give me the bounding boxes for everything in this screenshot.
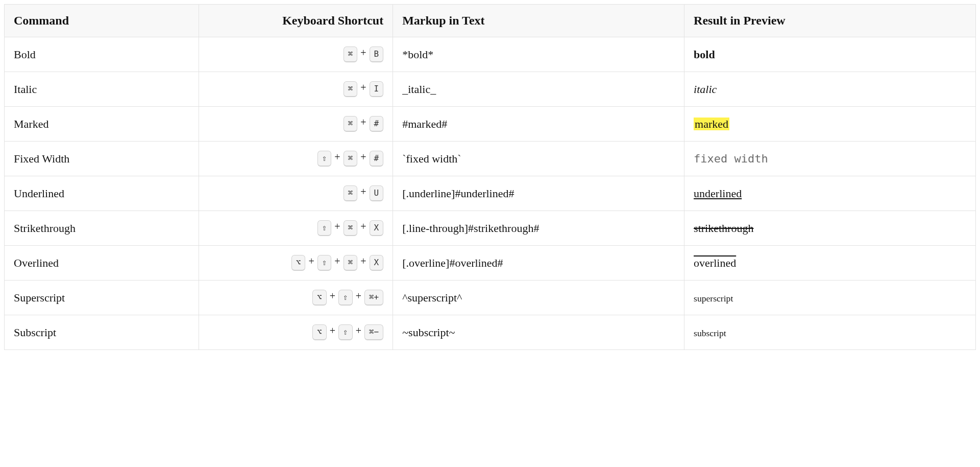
key-plus: +	[327, 325, 338, 337]
result-cell: bold	[684, 37, 976, 72]
key-plus: +	[357, 255, 369, 267]
result-preview: bold	[694, 48, 715, 61]
key-plus: +	[357, 151, 369, 163]
command-cell: Bold	[5, 37, 199, 72]
result-cell: superscript	[684, 281, 976, 315]
keycap: ⌘	[344, 116, 358, 132]
markup-cell: ^superscript^	[393, 281, 684, 315]
key-plus: +	[353, 290, 364, 302]
key-plus: +	[331, 221, 343, 232]
keycap: ⇧	[338, 290, 353, 306]
shortcut-cell: ⌘+B	[199, 37, 393, 72]
result-cell: underlined	[684, 176, 976, 211]
result-cell: fixed width	[684, 142, 976, 176]
keycap: U	[370, 185, 384, 201]
command-cell: Italic	[5, 72, 199, 107]
shortcut-cell: ⇧+⌘+#	[199, 142, 393, 176]
keycap: ⇧	[338, 324, 353, 340]
result-preview: superscript	[694, 293, 733, 303]
keycap: B	[370, 46, 384, 62]
formatting-shortcuts-table: Command Keyboard Shortcut Markup in Text…	[4, 4, 976, 350]
command-cell: Underlined	[5, 176, 199, 211]
keycap: ⌥	[291, 255, 306, 271]
key-plus: +	[357, 186, 369, 198]
result-cell: overlined	[684, 246, 976, 281]
keycap: ⇧	[317, 151, 332, 167]
table-row: Underlined⌘+U[.underline]#underlined#und…	[5, 176, 976, 211]
key-plus: +	[331, 151, 343, 163]
table-row: Fixed Width⇧+⌘+#`fixed width`fixed width	[5, 142, 976, 176]
result-preview: fixed width	[694, 152, 768, 165]
command-cell: Subscript	[5, 315, 199, 350]
table-row: Overlined⌥+⇧+⌘+X[.overline]#overlined#ov…	[5, 246, 976, 281]
keycap: ⌘−	[364, 324, 383, 340]
keycap: ⌘	[344, 185, 358, 201]
result-preview: italic	[694, 83, 717, 96]
result-cell: marked	[684, 107, 976, 142]
markup-cell: #marked#	[393, 107, 684, 142]
keycap: #	[370, 151, 384, 167]
command-cell: Fixed Width	[5, 142, 199, 176]
result-preview: strikethrough	[694, 222, 753, 235]
table-row: Bold⌘+B*bold*bold	[5, 37, 976, 72]
result-preview: overlined	[694, 256, 736, 269]
command-cell: Strikethrough	[5, 211, 199, 246]
keycap: ⌘	[344, 46, 358, 62]
command-cell: Marked	[5, 107, 199, 142]
keycap: ⌘	[344, 220, 358, 236]
shortcut-cell: ⌘+#	[199, 107, 393, 142]
header-markup: Markup in Text	[393, 5, 684, 37]
shortcut-cell: ⌘+I	[199, 72, 393, 107]
markup-cell: [.underline]#underlined#	[393, 176, 684, 211]
markup-cell: [.overline]#overlined#	[393, 246, 684, 281]
keycap: X	[370, 220, 384, 236]
key-plus: +	[357, 82, 369, 94]
shortcut-cell: ⌥+⇧+⌘−	[199, 315, 393, 350]
table-row: Subscript⌥+⇧+⌘−~subscript~subscript	[5, 315, 976, 350]
markup-cell: ~subscript~	[393, 315, 684, 350]
keycap: #	[370, 116, 384, 132]
result-preview: subscript	[694, 328, 726, 338]
key-plus: +	[357, 47, 369, 59]
result-cell: subscript	[684, 315, 976, 350]
keycap: ⇧	[317, 220, 332, 236]
shortcut-cell: ⌥+⇧+⌘+X	[199, 246, 393, 281]
markup-cell: _italic_	[393, 72, 684, 107]
keycap: ⌥	[312, 324, 327, 340]
table-header-row: Command Keyboard Shortcut Markup in Text…	[5, 5, 976, 37]
key-plus: +	[353, 325, 364, 337]
header-result: Result in Preview	[684, 5, 976, 37]
command-cell: Superscript	[5, 281, 199, 315]
result-preview: marked	[694, 118, 729, 130]
shortcut-cell: ⌥+⇧+⌘+	[199, 281, 393, 315]
key-plus: +	[327, 290, 338, 302]
shortcut-cell: ⇧+⌘+X	[199, 211, 393, 246]
markup-cell: *bold*	[393, 37, 684, 72]
keycap: ⇧	[317, 255, 332, 271]
result-cell: italic	[684, 72, 976, 107]
keycap: X	[370, 255, 384, 271]
keycap: I	[370, 81, 384, 97]
header-command: Command	[5, 5, 199, 37]
keycap: ⌘+	[364, 290, 383, 306]
table-row: Marked⌘+##marked#marked	[5, 107, 976, 142]
markup-cell: `fixed width`	[393, 142, 684, 176]
key-plus: +	[331, 255, 343, 267]
key-plus: +	[357, 221, 369, 232]
table-row: Strikethrough⇧+⌘+X[.line-through]#strike…	[5, 211, 976, 246]
header-shortcut: Keyboard Shortcut	[199, 5, 393, 37]
table-row: Superscript⌥+⇧+⌘+^superscript^superscrip…	[5, 281, 976, 315]
keycap: ⌥	[312, 290, 327, 306]
result-preview: underlined	[694, 187, 742, 200]
keycap: ⌘	[344, 151, 358, 167]
keycap: ⌘	[344, 81, 358, 97]
command-cell: Overlined	[5, 246, 199, 281]
markup-cell: [.line-through]#strikethrough#	[393, 211, 684, 246]
key-plus: +	[357, 116, 369, 128]
shortcut-cell: ⌘+U	[199, 176, 393, 211]
keycap: ⌘	[344, 255, 358, 271]
key-plus: +	[305, 255, 317, 267]
table-row: Italic⌘+I_italic_italic	[5, 72, 976, 107]
result-cell: strikethrough	[684, 211, 976, 246]
